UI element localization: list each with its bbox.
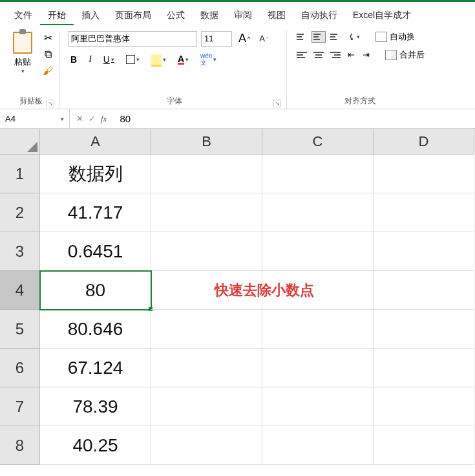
row-header-1[interactable]: 1 xyxy=(0,155,40,193)
col-header-D[interactable]: D xyxy=(374,129,474,155)
group-label-font: 字体 ↘ xyxy=(68,94,281,109)
paste-button[interactable]: 粘贴 ▾ xyxy=(8,30,37,74)
dialog-launcher-icon[interactable]: ↘ xyxy=(273,100,281,107)
col-header-A[interactable]: A xyxy=(40,129,151,155)
menu-data[interactable]: 数据 xyxy=(193,6,226,25)
cell-D3[interactable] xyxy=(374,232,474,271)
format-painter-icon[interactable]: 🖌 xyxy=(41,65,54,78)
cut-icon[interactable]: ✂ xyxy=(41,32,54,45)
cell-C2[interactable] xyxy=(262,193,374,232)
align-top-icon[interactable] xyxy=(295,31,309,43)
cell-A7[interactable]: 78.39 xyxy=(40,387,151,426)
cell-D8[interactable] xyxy=(374,426,474,465)
cell-B7[interactable] xyxy=(151,387,262,426)
cell-A8[interactable]: 40.25 xyxy=(40,426,151,465)
cell-A5[interactable]: 80.646 xyxy=(40,310,151,349)
cell-A6[interactable]: 67.124 xyxy=(40,349,151,387)
confirm-icon[interactable]: ✓ xyxy=(89,114,96,124)
increase-indent-icon[interactable]: ⇥ xyxy=(360,49,372,61)
cell-D4[interactable] xyxy=(374,271,474,310)
cell-A4[interactable]: 80 xyxy=(40,271,151,310)
cell-B3[interactable] xyxy=(151,232,262,271)
align-bottom-icon[interactable] xyxy=(328,31,343,43)
paste-label: 粘贴 xyxy=(14,56,31,68)
cell-B1[interactable] xyxy=(151,155,262,193)
font-color-button[interactable]: A▾ xyxy=(175,54,191,66)
cell-C8[interactable] xyxy=(262,426,374,465)
cell-D6[interactable] xyxy=(374,349,474,387)
decrease-font-icon[interactable]: Aˇ xyxy=(257,32,270,45)
cell-D1[interactable] xyxy=(374,155,474,193)
cell-D5[interactable] xyxy=(374,310,474,349)
border-button[interactable]: ▾ xyxy=(123,54,142,65)
ribbon: 粘贴 ▾ ✂ ⧉ 🖌 剪贴板 ↘ A^ Aˇ B I U xyxy=(0,25,475,109)
underline-button[interactable]: U▾ xyxy=(101,53,117,66)
formula-input[interactable]: 80 xyxy=(113,113,475,124)
cell-C3[interactable] xyxy=(262,232,374,271)
align-left-icon[interactable] xyxy=(295,49,309,61)
cell-C1[interactable] xyxy=(262,155,374,193)
menu-bar: 文件 开始 插入 页面布局 公式 数据 审阅 视图 自动执行 Excel自学成才 xyxy=(0,2,475,25)
font-size-select[interactable] xyxy=(201,31,232,47)
wrap-text-button[interactable]: 自动换 xyxy=(375,31,415,43)
dialog-launcher-icon[interactable]: ↘ xyxy=(47,100,54,107)
decrease-indent-icon[interactable]: ⇤ xyxy=(345,49,357,61)
menu-formulas[interactable]: 公式 xyxy=(159,6,193,25)
wrap-text-icon xyxy=(375,32,387,42)
cell-C6[interactable] xyxy=(262,349,374,387)
cell-B5[interactable] xyxy=(151,310,262,349)
chevron-down-icon[interactable]: ▾ xyxy=(61,116,64,122)
name-box[interactable]: A4 ▾ xyxy=(0,109,70,128)
row-header-7[interactable]: 7 xyxy=(0,387,40,426)
pinyin-button[interactable]: wén 文▾ xyxy=(198,52,219,67)
menu-file[interactable]: 文件 xyxy=(6,6,40,25)
group-label-clipboard: 剪贴板 ↘ xyxy=(8,94,54,109)
cell-A1[interactable]: 数据列 xyxy=(40,155,151,193)
group-label-alignment: 对齐方式 xyxy=(295,94,425,109)
cell-A2[interactable]: 41.717 xyxy=(40,193,151,232)
bold-button[interactable]: B xyxy=(68,53,79,66)
italic-button[interactable]: I xyxy=(86,53,94,66)
cell-C7[interactable] xyxy=(262,387,374,426)
group-font: A^ Aˇ B I U▾ ▾ ▾ A▾ wén 文▾ 字体 ↘ xyxy=(63,30,287,109)
cell-D2[interactable] xyxy=(374,193,474,232)
merge-center-button[interactable]: 合并后 xyxy=(385,49,425,61)
menu-automate[interactable]: 自动执行 xyxy=(293,6,345,25)
align-middle-icon[interactable] xyxy=(311,31,326,43)
clipboard-icon xyxy=(13,32,32,54)
row-header-3[interactable]: 3 xyxy=(0,232,40,271)
col-header-B[interactable]: B xyxy=(151,129,262,155)
font-family-select[interactable] xyxy=(68,31,197,47)
formula-bar: A4 ▾ ✕ ✓ fx 80 xyxy=(0,109,475,129)
menu-insert[interactable]: 插入 xyxy=(74,6,107,25)
cell-B8[interactable] xyxy=(151,426,262,465)
cell-B6[interactable] xyxy=(151,349,262,387)
col-header-C[interactable]: C xyxy=(262,129,374,155)
row-header-6[interactable]: 6 xyxy=(0,349,40,387)
orientation-button[interactable]: ⤹▾ xyxy=(345,30,363,43)
cell-B2[interactable] xyxy=(151,193,262,232)
group-alignment: ⤹▾ 自动换 ⇤ ⇥ 合并后 对齐方式 xyxy=(290,30,430,109)
group-clipboard: 粘贴 ▾ ✂ ⧉ 🖌 剪贴板 ↘ xyxy=(3,30,60,109)
fx-icon[interactable]: fx xyxy=(101,114,107,124)
row-header-8[interactable]: 8 xyxy=(0,426,40,465)
row-header-2[interactable]: 2 xyxy=(0,193,40,232)
menu-page-layout[interactable]: 页面布局 xyxy=(107,6,159,25)
fill-color-button[interactable]: ▾ xyxy=(149,53,169,66)
cell-D7[interactable] xyxy=(374,387,474,426)
menu-home[interactable]: 开始 xyxy=(40,6,74,25)
cell-C5[interactable] xyxy=(262,310,374,349)
row-header-5[interactable]: 5 xyxy=(0,310,40,349)
increase-font-icon[interactable]: A^ xyxy=(236,30,253,47)
cell-A3[interactable]: 0.6451 xyxy=(40,232,151,271)
select-all-corner[interactable] xyxy=(0,129,40,155)
row-header-4[interactable]: 4 xyxy=(0,271,40,310)
menu-addin[interactable]: Excel自学成才 xyxy=(345,6,419,25)
align-right-icon[interactable] xyxy=(328,49,343,61)
menu-review[interactable]: 审阅 xyxy=(226,6,260,25)
menu-view[interactable]: 视图 xyxy=(260,6,293,25)
cancel-icon[interactable]: ✕ xyxy=(76,114,83,124)
align-center-icon[interactable] xyxy=(311,49,326,61)
annotation-text: 快速去除小数点 xyxy=(215,281,314,300)
copy-icon[interactable]: ⧉ xyxy=(41,49,54,61)
